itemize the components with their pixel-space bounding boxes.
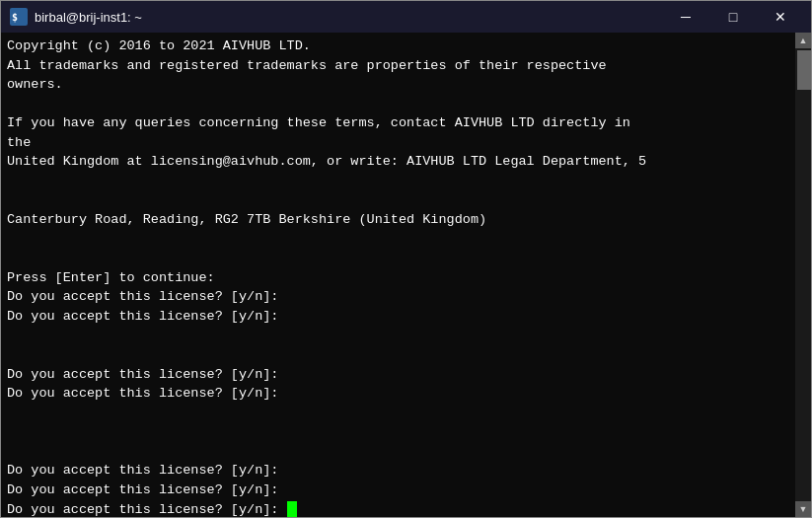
window-controls: ─ □ ✕ [663, 1, 803, 33]
maximize-button[interactable]: □ [710, 1, 756, 33]
scroll-down-arrow[interactable]: ▼ [795, 501, 811, 517]
window-title: birbal@brij-inst1: ~ [35, 10, 663, 25]
terminal-window: $ birbal@brij-inst1: ~ ─ □ ✕ Copyright (… [0, 0, 812, 518]
minimize-button[interactable]: ─ [663, 1, 708, 33]
svg-text:$: $ [12, 12, 18, 23]
scrollbar-track[interactable] [795, 48, 811, 501]
terminal-content[interactable]: Copyright (c) 2016 to 2021 AIVHUB LTD. A… [1, 33, 795, 517]
terminal-cursor [287, 501, 297, 517]
terminal-icon: $ [9, 7, 29, 27]
terminal-output: Copyright (c) 2016 to 2021 AIVHUB LTD. A… [7, 37, 789, 517]
close-button[interactable]: ✕ [758, 1, 803, 33]
scrollbar-thumb[interactable] [797, 50, 811, 90]
terminal-container[interactable]: Copyright (c) 2016 to 2021 AIVHUB LTD. A… [1, 33, 811, 517]
scrollbar[interactable]: ▲ ▼ [795, 33, 811, 517]
scroll-up-arrow[interactable]: ▲ [795, 33, 811, 48]
titlebar: $ birbal@brij-inst1: ~ ─ □ ✕ [1, 1, 811, 33]
